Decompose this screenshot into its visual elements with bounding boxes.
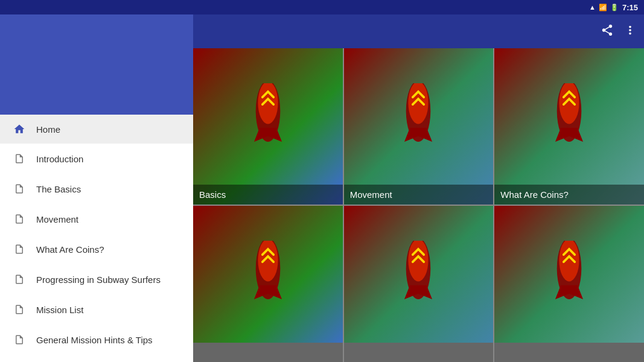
sidebar: Home Introduction The Basics [0, 0, 193, 362]
bottom-bar-4 [344, 343, 494, 362]
movement-doc-icon [10, 212, 29, 226]
sidebar-header [0, 0, 193, 115]
sidebar-item-general-mission-label: General Mission Hints & Tips [36, 335, 153, 345]
hoverboard-icon-2 [545, 83, 593, 156]
grid-cell-4[interactable] [344, 206, 494, 362]
svg-point-7 [258, 241, 278, 281]
status-time: 7:15 [622, 3, 638, 12]
sidebar-item-the-basics[interactable]: The Basics [0, 174, 193, 204]
battery-icon: 🔋 [610, 4, 619, 11]
sidebar-item-what-are-coins-label: What Are Coins? [36, 244, 104, 255]
cell-bg-1 [344, 48, 494, 205]
sidebar-item-introduction-label: Introduction [36, 154, 83, 164]
sidebar-item-movement-label: Movement [36, 214, 78, 224]
home-icon [10, 123, 29, 135]
cell-label-coins: What Are Coins? [494, 185, 644, 205]
sidebar-item-mission-list-label: Mission List [36, 305, 83, 315]
cell-bg-2 [494, 48, 644, 205]
grid-cell-3[interactable] [193, 206, 343, 362]
more-vert-icon[interactable] [623, 24, 637, 40]
general-mission-doc-icon [10, 333, 29, 346]
the-basics-doc-icon [10, 182, 29, 195]
sidebar-item-introduction[interactable]: Introduction [0, 144, 193, 174]
app-bar [193, 14, 644, 48]
progressing-doc-icon [10, 273, 29, 286]
svg-point-1 [258, 83, 278, 124]
sidebar-item-what-are-coins[interactable]: What Are Coins? [0, 234, 193, 264]
status-bar: ▲ 📶 🔋 7:15 [0, 0, 644, 14]
sidebar-item-home-label: Home [36, 124, 60, 135]
hoverboard-icon-3 [244, 241, 292, 313]
hoverboard-icon-0 [244, 83, 292, 156]
introduction-doc-icon [10, 152, 29, 165]
sidebar-item-mission-list[interactable]: Mission List [0, 294, 193, 325]
svg-point-11 [560, 241, 579, 281]
app-bar-icons [601, 24, 637, 40]
sidebar-item-power-ups[interactable]: A Guide to Power-Ups [0, 355, 193, 362]
cell-bg-3 [193, 206, 343, 362]
status-icons: ▲ 📶 🔋 [589, 4, 619, 11]
main-content-grid: Basics Movement What Are Coins? [193, 48, 644, 362]
cell-label-movement: Movement [344, 185, 494, 205]
svg-point-9 [409, 241, 429, 281]
hoverboard-icon-4 [394, 241, 442, 313]
grid-cell-5[interactable] [494, 206, 644, 362]
sidebar-item-progressing-label: Progressing in Subway Surfers [36, 275, 161, 285]
sidebar-nav: Home Introduction The Basics [0, 115, 193, 362]
cell-bg-0 [193, 48, 343, 205]
bottom-bar-3 [193, 343, 343, 362]
sidebar-item-the-basics-label: The Basics [36, 184, 81, 194]
cell-bg-4 [344, 206, 494, 362]
mission-list-doc-icon [10, 303, 29, 316]
sidebar-item-progressing[interactable]: Progressing in Subway Surfers [0, 264, 193, 294]
sidebar-item-general-mission[interactable]: General Mission Hints & Tips [0, 325, 193, 355]
bottom-bar-5 [494, 343, 644, 362]
sidebar-item-home[interactable]: Home [0, 115, 193, 144]
wifi-icon: ▲ [589, 4, 596, 11]
coins-doc-icon [10, 243, 29, 256]
svg-point-3 [409, 83, 429, 124]
grid-cell-movement[interactable]: Movement [344, 48, 494, 205]
cell-label-basics: Basics [193, 185, 343, 205]
grid-cell-coins[interactable]: What Are Coins? [494, 48, 644, 205]
sidebar-item-movement[interactable]: Movement [0, 204, 193, 234]
svg-point-5 [560, 83, 579, 124]
cell-bg-5 [494, 206, 644, 362]
hoverboard-icon-1 [394, 83, 442, 156]
grid-cell-basics[interactable]: Basics [193, 48, 343, 205]
share-icon[interactable] [601, 24, 614, 40]
hoverboard-icon-5 [545, 241, 593, 313]
signal-icon: 📶 [599, 4, 607, 11]
